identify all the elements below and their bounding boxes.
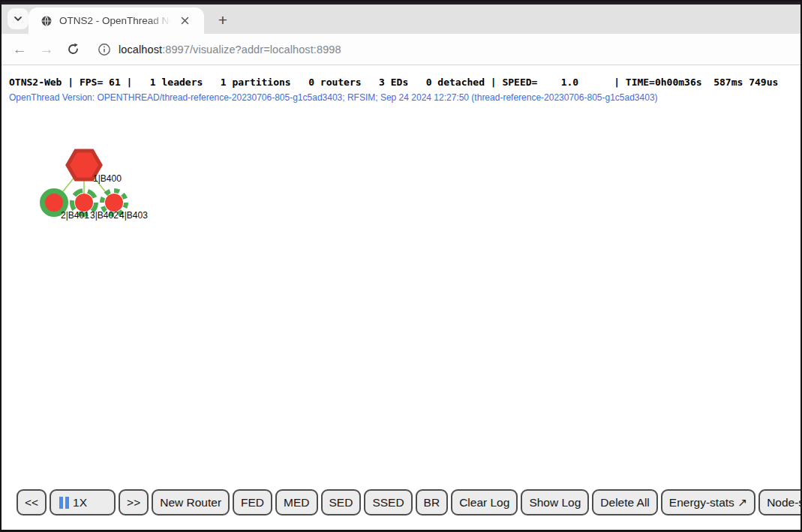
- back-button[interactable]: ←: [8, 38, 31, 61]
- show-log-button[interactable]: Show Log: [521, 489, 589, 515]
- url-box[interactable]: localhost:8997/visualize?addr=localhost:…: [98, 43, 341, 56]
- simulation-status-line: OTNS2-Web | FPS= 61 | 1 leaders 1 partit…: [9, 77, 778, 88]
- delete-all-button[interactable]: Delete All: [592, 489, 657, 515]
- speed-down-button[interactable]: <<: [17, 489, 47, 515]
- tab-title: OTNS2 - OpenThread Ne: [59, 15, 173, 26]
- node-label-1: 1|B400: [93, 173, 122, 184]
- node-label-3: 3|B402: [90, 210, 119, 221]
- clear-log-button[interactable]: Clear Log: [451, 489, 518, 515]
- speed-up-button[interactable]: >>: [119, 489, 149, 515]
- network-canvas[interactable]: [2, 107, 302, 332]
- reload-button[interactable]: [62, 38, 84, 61]
- energy-stats-button[interactable]: Energy-stats ↗: [661, 489, 755, 515]
- speed-label: 1X: [73, 496, 87, 509]
- node-label-2: 2|B401: [61, 210, 89, 221]
- fed-button[interactable]: FED: [233, 489, 272, 515]
- globe-icon: [41, 15, 53, 27]
- close-icon[interactable]: [178, 14, 191, 28]
- reload-icon: [67, 43, 80, 56]
- back-arrow-icon: ←: [13, 41, 27, 58]
- address-bar: ← → localhost:8997/visualize?addr=localh…: [2, 34, 800, 65]
- pause-icon: [59, 497, 69, 509]
- browser-window: OTNS2 - OpenThread Ne + ← →: [0, 0, 802, 532]
- ssed-button[interactable]: SSED: [364, 489, 412, 515]
- plus-icon: +: [218, 11, 227, 29]
- url-text[interactable]: localhost:8997/visualize?addr=localhost:…: [119, 44, 341, 56]
- tab-otns2[interactable]: OTNS2 - OpenThread Ne: [29, 8, 204, 34]
- url-host: localhost: [119, 44, 162, 56]
- node-label-4: 4|B403: [119, 210, 148, 221]
- node-stats-button[interactable]: Node-stats ↗: [758, 489, 802, 515]
- forward-arrow-icon: →: [40, 41, 54, 58]
- bottom-toolbar: << 1X >> New Router FED MED SED SSED BR …: [17, 489, 802, 515]
- chevron-down-icon: [14, 16, 23, 22]
- sed-button[interactable]: SED: [321, 489, 362, 515]
- tab-list-button[interactable]: [8, 8, 29, 29]
- speed-pause-button[interactable]: 1X: [50, 489, 116, 515]
- forward-button[interactable]: →: [35, 38, 58, 61]
- openthread-version-line: OpenThread Version: OPENTHREAD/thread-re…: [9, 92, 658, 103]
- tab-bar: OTNS2 - OpenThread Ne +: [2, 5, 800, 34]
- page-content: OTNS2-Web | FPS= 61 | 1 leaders 1 partit…: [2, 66, 800, 531]
- br-button[interactable]: BR: [416, 489, 449, 515]
- url-path: :8997/visualize?addr=localhost:8998: [162, 44, 341, 56]
- new-tab-button[interactable]: +: [213, 11, 233, 30]
- med-button[interactable]: MED: [275, 489, 317, 515]
- new-router-button[interactable]: New Router: [152, 489, 230, 515]
- info-icon[interactable]: [98, 43, 111, 56]
